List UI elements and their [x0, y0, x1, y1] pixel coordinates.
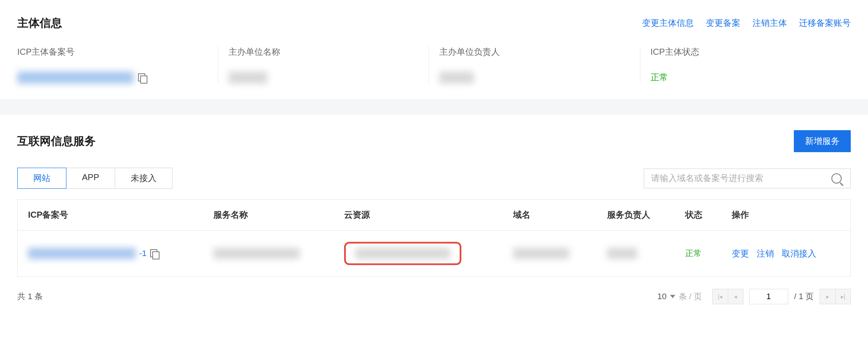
th-service-name: 服务名称 — [203, 200, 334, 231]
th-operations: 操作 — [721, 200, 850, 231]
service-header: 互联网信息服务 新增服务 — [17, 130, 851, 152]
copy-icon[interactable] — [138, 73, 147, 82]
cell-domain: ████████ — [503, 231, 597, 277]
label-org-name: 主办单位名称 — [229, 46, 429, 58]
row-icp-no-suffix[interactable]: -1 — [139, 249, 147, 258]
chevron-down-icon — [670, 295, 675, 298]
value-org-owner: ████ — [439, 72, 640, 84]
cell-icp-no: ██████████████ -1 — [18, 231, 203, 277]
col-org-name: 主办单位名称 █████ — [218, 46, 429, 84]
th-service-owner: 服务负责人 — [597, 200, 675, 231]
service-card: 互联网信息服务 新增服务 网站 APP 未接入 ICP备案号 服务名称 云资源 … — [0, 115, 868, 320]
add-service-button[interactable]: 新增服务 — [794, 130, 851, 152]
tab-website[interactable]: 网站 — [17, 168, 66, 189]
tabs-search-row: 网站 APP 未接入 — [17, 168, 851, 189]
th-cloud-resource: 云资源 — [334, 200, 503, 231]
pagination-row: 共 1 条 10 条 / 页 |◂ ◂ / 1 页 ▸ ▸| — [17, 289, 851, 304]
op-change[interactable]: 变更 — [732, 248, 749, 259]
pager-last-button[interactable]: ▸| — [835, 289, 851, 304]
search-icon[interactable] — [831, 173, 842, 184]
col-subject-status: ICP主体状态 正常 — [640, 46, 851, 84]
label-subject-status: ICP主体状态 — [651, 46, 851, 58]
th-domain: 域名 — [503, 200, 597, 231]
subject-title: 主体信息 — [17, 16, 62, 31]
value-icp-subject-no: ██████████████ — [17, 72, 218, 84]
blurred-service-name: ███████████ — [213, 248, 300, 259]
value-subject-status: 正常 — [651, 72, 851, 83]
page-total-label: / 1 页 — [794, 291, 814, 302]
subject-info-card: 主体信息 变更主体信息 变更备案 注销主体 迁移备案账号 ICP主体备案号 ██… — [0, 0, 868, 99]
section-gap — [0, 99, 868, 115]
cell-cloud-resource: █████████████ — [334, 231, 503, 277]
subject-actions: 变更主体信息 变更备案 注销主体 迁移备案账号 — [642, 17, 851, 29]
service-tabs: 网站 APP 未接入 — [17, 168, 172, 189]
search-input[interactable] — [651, 173, 826, 183]
subject-info-grid: ICP主体备案号 ██████████████ 主办单位名称 █████ 主办单… — [17, 46, 851, 84]
cell-status: 正常 — [675, 231, 721, 277]
cloud-resource-highlight: █████████████ — [344, 242, 461, 265]
th-icp-no: ICP备案号 — [18, 200, 203, 231]
th-status: 状态 — [675, 200, 721, 231]
page-size-selector[interactable]: 10 条 / 页 — [658, 291, 706, 302]
service-table: ICP备案号 服务名称 云资源 域名 服务负责人 状态 操作 █████████… — [17, 199, 851, 277]
blurred-org-name: █████ — [229, 72, 267, 84]
blurred-row-icp-no: ██████████████ — [28, 248, 136, 259]
table-row: ██████████████ -1 ███████████ ██████████… — [18, 231, 851, 277]
page-current-input[interactable] — [749, 289, 788, 304]
col-icp-subject-no: ICP主体备案号 ██████████████ — [17, 46, 218, 84]
cell-service-owner: ████ — [597, 231, 675, 277]
pager-prev-button[interactable]: ◂ — [728, 289, 743, 304]
link-modify-subject[interactable]: 变更主体信息 — [642, 17, 694, 29]
blurred-domain: ████████ — [513, 248, 569, 259]
blurred-icp-subject-no: ██████████████ — [17, 72, 134, 84]
label-icp-subject-no: ICP主体备案号 — [17, 46, 218, 58]
blurred-service-owner: ████ — [607, 248, 637, 259]
subject-header: 主体信息 变更主体信息 变更备案 注销主体 迁移备案账号 — [17, 16, 851, 31]
pager-first-button[interactable]: |◂ — [712, 289, 728, 304]
service-title: 互联网信息服务 — [17, 134, 96, 149]
copy-icon[interactable] — [150, 249, 159, 258]
link-cancel-subject[interactable]: 注销主体 — [752, 17, 787, 29]
tab-not-connected[interactable]: 未接入 — [115, 168, 172, 189]
link-modify-record[interactable]: 变更备案 — [706, 17, 740, 29]
page-size-value: 10 — [658, 292, 667, 301]
total-count: 共 1 条 — [17, 291, 43, 302]
op-cancel[interactable]: 注销 — [757, 248, 774, 259]
pager-prev-group: |◂ ◂ — [712, 289, 743, 304]
op-unbind[interactable]: 取消接入 — [782, 248, 816, 259]
label-org-owner: 主办单位负责人 — [439, 46, 640, 58]
link-transfer-account[interactable]: 迁移备案账号 — [799, 17, 851, 29]
tab-app[interactable]: APP — [66, 168, 115, 189]
pager-next-button[interactable]: ▸ — [820, 289, 835, 304]
service-search[interactable] — [644, 169, 851, 188]
pager-next-group: ▸ ▸| — [820, 289, 851, 304]
pagination-controls: 10 条 / 页 |◂ ◂ / 1 页 ▸ ▸| — [658, 289, 851, 304]
blurred-cloud-resource: █████████████ — [355, 248, 450, 259]
per-page-label: 条 / 页 — [679, 291, 702, 302]
cell-service-name: ███████████ — [203, 231, 334, 277]
col-org-owner: 主办单位负责人 ████ — [429, 46, 640, 84]
blurred-org-owner: ████ — [439, 72, 474, 84]
value-org-name: █████ — [229, 72, 429, 84]
cell-operations: 变更 注销 取消接入 — [721, 231, 850, 277]
